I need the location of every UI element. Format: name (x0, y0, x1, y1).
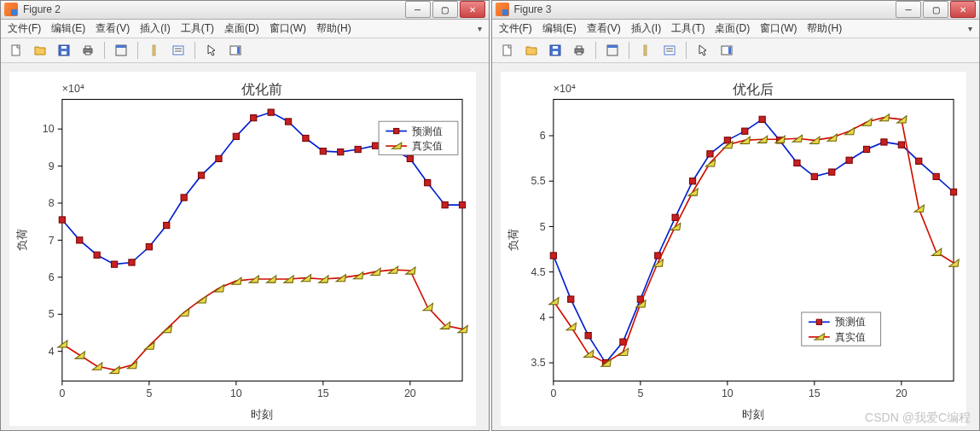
print-button[interactable] (78, 40, 98, 61)
svg-text:5: 5 (146, 387, 152, 399)
menu-item[interactable]: 工具(T) (181, 21, 214, 36)
menu-item[interactable]: 查看(V) (587, 21, 621, 36)
legend-label: 预测值 (834, 316, 865, 328)
svg-rect-3 (61, 46, 67, 49)
edit-plot-button[interactable] (201, 40, 222, 61)
menu-dropdown-icon[interactable]: ▾ (968, 24, 972, 33)
legend-label: 真实值 (412, 140, 443, 152)
toolbar-separator (629, 42, 629, 59)
save-button[interactable] (54, 40, 74, 61)
toolbar-separator (595, 42, 596, 59)
menu-item[interactable]: 编辑(E) (51, 21, 85, 36)
legend-label: 真实值 (834, 331, 865, 343)
insert-colorbar-button[interactable] (716, 40, 737, 61)
menu-item[interactable]: 文件(F) (499, 21, 532, 36)
menu-dropdown-icon[interactable]: ▾ (478, 24, 482, 33)
menu-item[interactable]: 桌面(D) (224, 21, 259, 36)
data-marker (162, 325, 171, 332)
menu-item[interactable]: 文件(F) (8, 21, 41, 36)
data-marker (828, 169, 834, 175)
svg-text:20: 20 (895, 387, 907, 399)
plot-area: 051015203.544.555.56×10⁴优化后时刻负荷预测值真实值CSD… (492, 63, 980, 430)
legend[interactable]: 预测值真实值 (801, 312, 880, 346)
minimize-button[interactable]: ─ (405, 1, 431, 18)
insert-legend-button[interactable] (659, 40, 680, 61)
data-marker (724, 137, 730, 143)
toolbar-separator (137, 42, 138, 59)
data-marker (442, 201, 448, 207)
menu-item[interactable]: 窗口(W) (760, 21, 797, 36)
data-marker (550, 252, 556, 258)
dock-button[interactable] (602, 40, 623, 61)
svg-text:4.5: 4.5 (531, 265, 545, 277)
close-button[interactable]: ✕ (950, 1, 976, 18)
maximize-button[interactable]: ▢ (923, 1, 948, 18)
matlab-icon (496, 3, 509, 16)
data-marker (372, 143, 378, 149)
data-marker (268, 109, 274, 115)
maximize-button[interactable]: ▢ (432, 1, 458, 18)
legend-label: 预测值 (412, 125, 443, 137)
open-button[interactable] (521, 40, 542, 61)
menu-item[interactable]: 编辑(E) (542, 21, 577, 36)
data-marker (705, 159, 715, 166)
title-bar[interactable]: Figure 2 ─ ▢ ✕ (1, 1, 489, 20)
close-button[interactable]: ✕ (460, 1, 485, 18)
data-marker (129, 259, 135, 265)
title-bar[interactable]: Figure 3 ─ ▢ ✕ (492, 1, 980, 20)
svg-rect-5 (85, 46, 90, 49)
svg-rect-9 (153, 45, 155, 55)
data-marker (94, 252, 100, 258)
data-marker (127, 361, 136, 368)
menu-item[interactable]: 工具(T) (671, 21, 705, 36)
data-marker (566, 323, 576, 329)
insert-legend-button[interactable] (168, 40, 188, 61)
open-button[interactable] (30, 40, 50, 61)
data-cursor-button[interactable] (635, 40, 656, 61)
menu-item[interactable]: 查看(V) (96, 21, 130, 36)
svg-text:5: 5 (637, 387, 643, 399)
svg-rect-49 (577, 46, 582, 49)
svg-text:4: 4 (539, 312, 545, 323)
svg-text:9: 9 (49, 160, 55, 172)
toolbar-separator (686, 42, 687, 59)
dock-button[interactable] (111, 40, 131, 61)
svg-rect-14 (237, 47, 240, 54)
data-cursor-button[interactable] (144, 40, 165, 61)
menu-item[interactable]: 插入(I) (631, 21, 661, 36)
svg-text:6: 6 (49, 271, 55, 283)
minimize-button[interactable]: ─ (896, 1, 921, 18)
menu-item[interactable]: 桌面(D) (715, 21, 750, 36)
figure-window: Figure 2 ─ ▢ ✕文件(F)编辑(E)查看(V)插入(I)工具(T)桌… (0, 0, 490, 431)
svg-rect-50 (577, 52, 582, 55)
data-marker (759, 116, 765, 122)
legend[interactable]: 预测值真实值 (379, 121, 458, 154)
new-figure-button[interactable] (6, 40, 26, 61)
data-marker (898, 142, 904, 148)
svg-text:5: 5 (49, 308, 55, 320)
line-series-0 (553, 119, 953, 362)
svg-rect-47 (553, 46, 558, 49)
data-marker (285, 118, 291, 124)
menu-item[interactable]: 帮助(H) (807, 21, 842, 36)
menu-item[interactable]: 插入(I) (140, 21, 170, 36)
y-axis-label: 负荷 (15, 229, 28, 251)
data-marker (423, 303, 432, 310)
save-button[interactable] (545, 40, 565, 61)
new-figure-button[interactable] (497, 40, 518, 61)
data-marker (355, 146, 361, 152)
menu-item[interactable]: 帮助(H) (316, 21, 351, 36)
data-marker (164, 222, 170, 228)
svg-text:5: 5 (539, 220, 545, 232)
data-marker (879, 114, 889, 120)
y-axis-label: 负荷 (506, 229, 519, 251)
toolbar-separator (194, 42, 195, 59)
svg-rect-8 (116, 45, 126, 48)
edit-plot-button[interactable] (693, 40, 713, 61)
print-button[interactable] (569, 40, 589, 61)
svg-rect-84 (816, 319, 821, 324)
menu-item[interactable]: 窗口(W) (270, 21, 306, 36)
insert-colorbar-button[interactable] (225, 40, 246, 61)
svg-text:3.5: 3.5 (531, 357, 545, 369)
data-marker (846, 157, 852, 163)
